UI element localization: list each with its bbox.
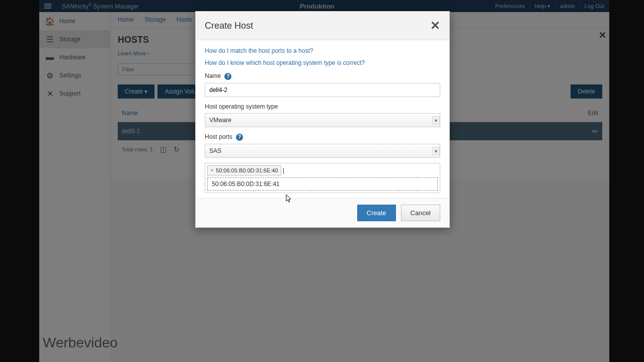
- chevron-down-icon: ▾: [432, 147, 440, 155]
- os-select[interactable]: VMware▾: [205, 113, 440, 127]
- create-host-modal: Create Host ✕ How do I match the host po…: [195, 11, 450, 228]
- name-input[interactable]: [205, 83, 440, 97]
- help-icon[interactable]: ?: [236, 134, 243, 141]
- help-link-os[interactable]: How do I know which host operating syste…: [205, 59, 440, 66]
- remove-tag-icon[interactable]: ×: [210, 167, 214, 174]
- protocol-select[interactable]: SAS▾: [205, 144, 440, 158]
- os-label: Host operating system type: [205, 103, 440, 110]
- host-ports-input[interactable]: ×50:06:05:B0:0D:31:6E:40 | 50:06:05:B0:0…: [205, 163, 440, 193]
- ports-label: Host ports ?: [205, 133, 440, 141]
- modal-cancel-button[interactable]: Cancel: [401, 205, 440, 221]
- chevron-down-icon: ▾: [432, 116, 440, 125]
- port-tag: ×50:06:05:B0:0D:31:6E:40: [207, 165, 281, 175]
- modal-title: Create Host: [205, 21, 253, 31]
- help-link-ports[interactable]: How do I match the host ports to a host?: [205, 47, 440, 54]
- help-icon[interactable]: ?: [224, 73, 231, 80]
- watermark: Werbevideo: [43, 335, 118, 351]
- port-option[interactable]: 50:06:05:B0:0D:31:6E:41: [207, 177, 438, 191]
- modal-create-button[interactable]: Create: [357, 205, 396, 221]
- close-icon[interactable]: ✕: [430, 19, 440, 33]
- name-label: Name ?: [205, 72, 440, 80]
